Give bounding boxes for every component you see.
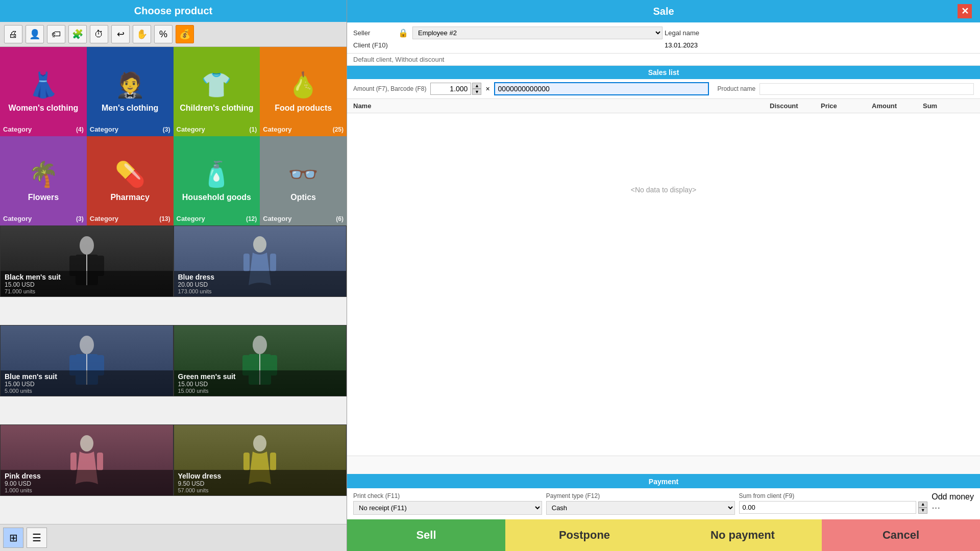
svg-point-13	[253, 336, 267, 354]
food-icon: 🍐	[288, 71, 318, 99]
col-price: Price	[821, 102, 872, 110]
no-data-message: <No data to display>	[347, 113, 980, 266]
product-stock: 1.000 units	[5, 487, 169, 493]
money-btn[interactable]: 💰	[176, 25, 194, 43]
payment-type-select[interactable]: Cash	[546, 501, 735, 515]
odd-money-btn[interactable]: ···	[932, 502, 940, 513]
category-childrens[interactable]: 👕 Children's clothing Category (1)	[174, 47, 260, 136]
total-sum	[923, 459, 974, 471]
user-btn[interactable]: 👤	[26, 25, 44, 43]
list-view-btn[interactable]: ☰	[27, 528, 47, 548]
pharmacy-label: Category	[90, 215, 118, 222]
total-amount	[872, 459, 923, 471]
date-row: 13.01.2023	[665, 41, 974, 49]
svg-point-5	[253, 236, 266, 253]
postpone-button[interactable]: Postpone	[505, 519, 664, 551]
amount-label: Amount (F7), Barcode (F8)	[353, 85, 426, 92]
date-value: 13.01.2023	[665, 41, 974, 49]
sum-down-btn[interactable]: ▼	[918, 508, 927, 514]
barcode-input[interactable]	[494, 82, 709, 95]
amount-up-btn[interactable]: ▲	[472, 83, 481, 89]
back-btn[interactable]: ↩	[111, 25, 130, 43]
product-pink-dress[interactable]: Pink dress 9.00 USD 1.000 units	[0, 424, 174, 496]
category-household[interactable]: 🧴 Household goods Category (12)	[174, 136, 260, 226]
client-info: Default client, Without discount	[347, 54, 980, 66]
hand-btn[interactable]: ✋	[133, 25, 151, 43]
product-blue-dress[interactable]: Blue dress 20.00 USD 173.000 units	[174, 226, 347, 297]
flowers-icon: 🌴	[28, 160, 59, 189]
mens-name: Men's clothing	[102, 104, 158, 113]
category-flowers[interactable]: 🌴 Flowers Category (3)	[0, 136, 87, 226]
svg-point-18	[80, 435, 93, 452]
food-name: Food products	[275, 104, 332, 113]
action-buttons: Sell Postpone No payment Cancel	[347, 519, 980, 551]
childrens-label: Category	[177, 126, 205, 133]
childrens-name: Children's clothing	[180, 104, 253, 113]
table-header: Name Discount Price Amount Sum	[347, 99, 980, 113]
sale-info: Seller 🔒 Employee #2 Legal name Client (…	[347, 22, 980, 54]
sell-button[interactable]: Sell	[347, 519, 505, 551]
product-green-suit[interactable]: Green men's suit 15.00 USD 15.000 units	[174, 325, 347, 396]
tag-btn[interactable]: 🏷	[47, 25, 65, 43]
discount-btn[interactable]: %	[154, 25, 173, 43]
products-grid: Black men's suit 15.00 USD 71.000 units …	[0, 226, 347, 524]
col-amount: Amount	[872, 102, 923, 110]
product-stock: 5.000 units	[5, 388, 169, 394]
product-name: Yellow dress	[178, 472, 342, 480]
product-yellow-dress[interactable]: Yellow dress 9.50 USD 57.000 units	[174, 424, 347, 496]
product-stock: 15.000 units	[178, 388, 342, 394]
sales-table: <No data to display>	[347, 113, 980, 456]
svg-rect-6	[243, 254, 250, 271]
category-mens[interactable]: 🤵 Men's clothing Category (3)	[87, 47, 174, 136]
product-price: 15.00 USD	[5, 381, 169, 388]
total-price	[821, 459, 872, 471]
optics-icon: 👓	[288, 160, 318, 189]
svg-point-8	[80, 336, 94, 354]
pharmacy-count: (13)	[159, 215, 170, 222]
sum-up-btn[interactable]: ▲	[918, 502, 927, 508]
product-name: Pink dress	[5, 472, 169, 480]
optics-label: Category	[263, 215, 291, 222]
cancel-button[interactable]: Cancel	[822, 519, 980, 551]
category-pharmacy[interactable]: 💊 Pharmacy Category (13)	[87, 136, 174, 226]
product-name: Black men's suit	[5, 273, 169, 281]
grid-view-btn[interactable]: ⊞	[3, 528, 23, 548]
product-price: 9.00 USD	[5, 480, 169, 487]
product-price: 9.50 USD	[178, 480, 342, 487]
lock-icon: 🔒	[398, 28, 408, 38]
sum-input[interactable]	[739, 501, 917, 514]
nopayment-button[interactable]: No payment	[664, 519, 822, 551]
svg-rect-23	[270, 453, 276, 470]
category-womens[interactable]: 👗 Women's clothing Category (4)	[0, 47, 87, 136]
odd-money-col: Odd money ···	[932, 492, 974, 515]
timer-btn[interactable]: ⏱	[90, 25, 108, 43]
product-black-suit[interactable]: Black men's suit 15.00 USD 71.000 units	[0, 226, 174, 297]
multiply-sign: ×	[485, 85, 489, 93]
food-count: (25)	[333, 126, 344, 133]
svg-point-0	[80, 236, 94, 255]
product-blue-suit[interactable]: Blue men's suit 15.00 USD 5.000 units	[0, 325, 174, 396]
amount-input[interactable]	[430, 83, 471, 95]
payment-section: Payment Print check (F11) No receipt (F1…	[347, 474, 980, 551]
col-discount: Discount	[770, 102, 821, 110]
amount-spinner: ▲ ▼	[472, 83, 481, 95]
household-icon: 🧴	[201, 160, 232, 189]
product-info: Blue men's suit 15.00 USD 5.000 units	[1, 370, 173, 396]
category-food[interactable]: 🍐 Food products Category (25)	[260, 47, 347, 136]
close-button[interactable]: ✕	[958, 4, 972, 18]
amount-down-btn[interactable]: ▼	[472, 89, 481, 95]
left-panel: Choose product 🖨 👤 🏷 🧩 ⏱ ↩ ✋ % 💰 👗 Women…	[0, 0, 347, 551]
print-check-select[interactable]: No receipt (F11)	[353, 501, 542, 515]
product-name-input[interactable]	[760, 83, 974, 95]
sum-label: Sum from client (F9)	[739, 492, 928, 499]
categories-grid: 👗 Women's clothing Category (4) 🤵 Men's …	[0, 47, 347, 226]
print-btn[interactable]: 🖨	[4, 25, 22, 43]
svg-rect-20	[97, 453, 103, 470]
plugin-btn[interactable]: 🧩	[68, 25, 87, 43]
category-optics[interactable]: 👓 Optics Category (6)	[260, 136, 347, 226]
pharmacy-name: Pharmacy	[110, 193, 150, 202]
svg-rect-19	[70, 453, 77, 470]
payment-row: Print check (F11) No receipt (F11) Payme…	[347, 488, 980, 519]
household-name: Household goods	[182, 193, 251, 202]
seller-select[interactable]: Employee #2	[412, 27, 663, 39]
